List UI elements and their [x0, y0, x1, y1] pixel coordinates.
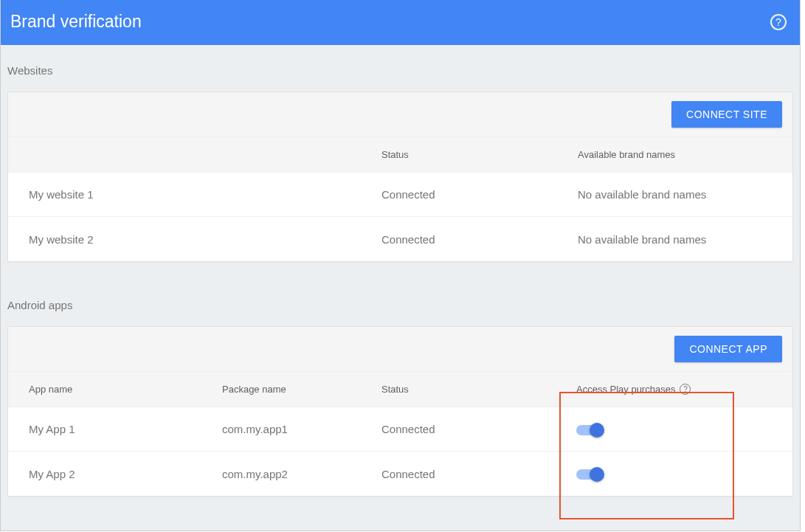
app-status: Connected	[381, 468, 576, 480]
column-header-package: Package name	[222, 384, 381, 395]
column-header-brands: Available brand names	[578, 149, 772, 160]
websites-table-header: Status Available brand names	[8, 137, 792, 173]
websites-toolbar: CONNECT SITE	[8, 92, 792, 137]
toggle-thumb	[590, 467, 604, 482]
table-row: My App 1 com.my.app1 Connected	[8, 407, 792, 452]
website-name: My website 1	[29, 188, 381, 201]
table-row: My App 2 com.my.app2 Connected	[8, 452, 792, 496]
app-name: My App 1	[29, 423, 222, 435]
page-header: Brand verification ?	[1, 0, 800, 45]
column-header-access-label: Access Play purchases	[576, 384, 675, 395]
app-package: com.my.app2	[222, 468, 381, 480]
access-toggle[interactable]	[576, 424, 604, 435]
column-header-app-name: App name	[29, 384, 222, 395]
website-status: Connected	[381, 188, 578, 201]
section-label-apps: Android apps	[1, 262, 800, 311]
table-row: My website 1 Connected No available bran…	[8, 173, 792, 217]
websites-panel: CONNECT SITE Status Available brand name…	[7, 91, 793, 262]
column-header-status: Status	[381, 384, 576, 395]
column-header-status: Status	[381, 149, 578, 160]
apps-toolbar: CONNECT APP	[8, 327, 792, 372]
connect-site-button[interactable]: CONNECT SITE	[671, 101, 782, 128]
website-brands: No available brand names	[578, 188, 772, 201]
section-label-websites: Websites	[1, 45, 800, 77]
help-icon[interactable]: ?	[770, 14, 787, 30]
page-title: Brand verification	[10, 12, 142, 32]
table-row: My website 2 Connected No available bran…	[8, 217, 792, 261]
app-status: Connected	[381, 423, 576, 435]
connect-app-button[interactable]: CONNECT APP	[674, 336, 782, 362]
apps-panel: CONNECT APP App name Package name Status…	[7, 326, 793, 497]
apps-table-header: App name Package name Status Access Play…	[8, 372, 792, 407]
app-package: com.my.app1	[222, 423, 381, 435]
app-name: My App 2	[29, 468, 222, 480]
help-icon[interactable]: ?	[680, 384, 691, 395]
website-status: Connected	[381, 233, 578, 246]
website-brands: No available brand names	[578, 233, 772, 246]
website-name: My website 2	[29, 233, 381, 246]
toggle-thumb	[590, 423, 604, 438]
column-header-access: Access Play purchases ?	[576, 384, 772, 395]
access-toggle[interactable]	[576, 468, 604, 480]
